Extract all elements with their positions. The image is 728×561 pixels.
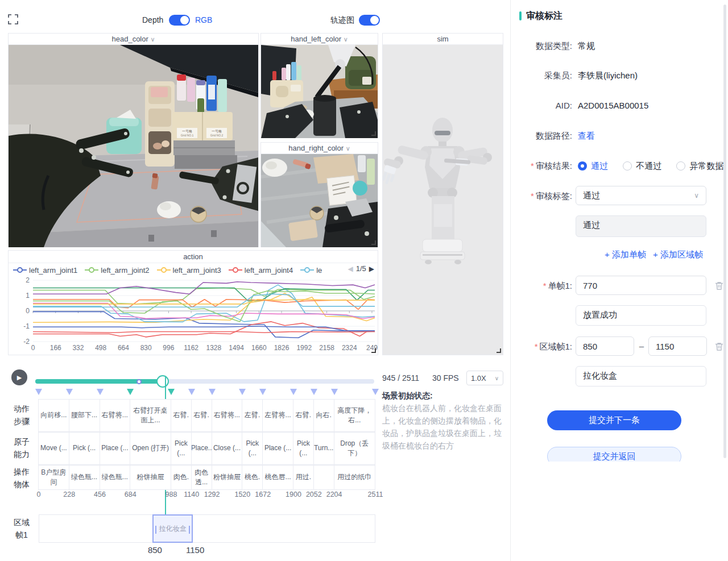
review-panel-title: 审核标注 xyxy=(526,10,562,22)
legend-item[interactable]: left_arm_joint3 xyxy=(157,266,221,275)
resize-grip-icon[interactable] xyxy=(371,348,376,353)
region-note-textarea[interactable]: 拉化妆盒 xyxy=(576,366,706,387)
legend-item[interactable]: le xyxy=(300,266,322,275)
grid-label-1a: 一号格 xyxy=(182,130,192,134)
rgb-label: RGB xyxy=(195,15,212,24)
table-cell: 右臂将... xyxy=(100,399,131,432)
chart-legend: left_arm_joint1 left_arm_joint2 left_arm… xyxy=(9,263,378,277)
step-marker[interactable] xyxy=(127,389,134,395)
play-button[interactable]: ▶ xyxy=(11,369,27,385)
table-cell: 右臂打开桌面上... xyxy=(130,399,171,432)
table-cell: 右臂将... xyxy=(212,399,243,432)
table-cell xyxy=(313,465,334,490)
hand-right-color-dropdown[interactable]: hand_right_color ∨ xyxy=(261,143,378,154)
fullscreen-icon[interactable] xyxy=(8,14,18,24)
table-cell: Open (打开) xyxy=(130,432,171,465)
radio-icon[interactable] xyxy=(623,161,632,171)
step-marker[interactable] xyxy=(259,389,266,395)
row-label-region-frame: 区域帧1 xyxy=(13,516,31,542)
step-marker[interactable] xyxy=(372,389,379,395)
frame-axis-label: 2204 xyxy=(326,491,342,498)
radio-icon[interactable] xyxy=(676,161,685,171)
chevron-down-icon: ∨ xyxy=(346,145,350,152)
panel-scrollbar[interactable] xyxy=(723,5,726,458)
legend-item[interactable]: left_arm_joint1 xyxy=(13,266,77,275)
step-marker[interactable] xyxy=(239,389,246,395)
step-marker[interactable] xyxy=(97,389,104,395)
step-marker[interactable] xyxy=(35,389,42,395)
table-cell: Place (... xyxy=(100,432,131,465)
head-camera-image: 一号格 Grid NO.1 一号格 Grid NO.2 xyxy=(9,45,258,247)
aid-label: AID: xyxy=(489,101,572,110)
add-region-frame-link[interactable]: + 添加区域帧 xyxy=(653,250,703,260)
radio-checked-icon[interactable] xyxy=(578,161,587,171)
review-tag-select[interactable]: 通过∨ xyxy=(576,186,706,205)
tag-note-textarea[interactable]: 通过 xyxy=(576,215,706,237)
step-marker[interactable] xyxy=(188,389,195,395)
legend-pager: ◀ 1/5 ▶ xyxy=(348,264,374,273)
legend-item[interactable]: left_arm_joint2 xyxy=(85,266,149,275)
submit-back-button[interactable]: 提交并返回 xyxy=(547,447,681,462)
grid-label-2b: Grid NO.2 xyxy=(210,134,224,137)
table-cell: 用过的纸巾 xyxy=(334,465,375,490)
single-frame-input[interactable] xyxy=(576,276,706,295)
svg-text:2158: 2158 xyxy=(319,344,334,352)
frame-axis-label: 1520 xyxy=(234,491,250,498)
grid-label-2a: 一号格 xyxy=(212,130,222,134)
step-marker[interactable] xyxy=(66,389,73,395)
table-cell: Pick (... xyxy=(171,432,192,465)
camera-panel-hand-right: hand_right_color ∨ xyxy=(260,142,378,247)
legend-series-icon xyxy=(85,267,98,273)
chart-series-left_arm_joint4 xyxy=(33,322,375,337)
step-marker[interactable] xyxy=(168,389,175,395)
trajectory-toggle[interactable] xyxy=(359,15,380,26)
legend-series-icon xyxy=(229,267,242,273)
add-single-frame-link[interactable]: + 添加单帧 xyxy=(605,250,646,260)
table-cell: Move (... xyxy=(38,432,69,465)
trash-icon[interactable] xyxy=(714,281,724,290)
table-cell: 高度下降，右... xyxy=(334,399,375,432)
legend-next-icon[interactable]: ▶ xyxy=(369,265,374,273)
radio-abnormal[interactable]: 异常数据 xyxy=(676,161,723,171)
scene-state-title: 场景初始状态: xyxy=(382,391,433,401)
timeline-slider-handle[interactable] xyxy=(156,375,169,388)
legend-item[interactable]: left_arm_joint4 xyxy=(229,266,293,275)
frame-axis-label: 1672 xyxy=(255,491,271,498)
region-frame-label: 拉化妆盒 xyxy=(159,524,187,534)
step-marker[interactable] xyxy=(331,389,338,395)
region-handle-right[interactable] xyxy=(189,526,190,534)
table-cell: 粉饼抽屉 xyxy=(130,465,171,490)
resize-grip-icon[interactable] xyxy=(371,240,376,245)
step-marker[interactable] xyxy=(209,389,216,395)
row-label-atomic-ability: 原子能力 xyxy=(13,435,31,461)
collector-value: 李轶晨(liyichen) xyxy=(578,70,638,81)
trash-icon[interactable] xyxy=(714,342,724,351)
data-path-view-link[interactable]: 查看 xyxy=(578,131,595,142)
submit-next-button[interactable]: 提交并下一条 xyxy=(547,410,681,430)
step-marker[interactable] xyxy=(290,389,297,395)
resize-grip-icon[interactable] xyxy=(371,131,376,136)
region-start-input[interactable] xyxy=(576,336,634,356)
single-frame-note-textarea[interactable]: 放置成功 xyxy=(576,305,706,326)
radio-pass[interactable]: 通过 xyxy=(578,161,608,171)
region-frame-track[interactable] xyxy=(39,514,375,543)
region-frame-box[interactable]: 拉化妆盒 xyxy=(152,514,193,543)
chevron-down-icon: ∨ xyxy=(495,375,499,381)
head-color-dropdown[interactable]: head_color ∨ xyxy=(9,34,258,45)
legend-prev-icon[interactable]: ◀ xyxy=(348,265,353,273)
svg-text:-2: -2 xyxy=(23,338,30,346)
speed-select[interactable]: 1.0X∨ xyxy=(466,371,503,385)
hand-left-camera-image xyxy=(261,45,378,138)
table-cell: Drop（丢下） xyxy=(334,432,375,465)
radio-fail[interactable]: 不通过 xyxy=(623,161,661,171)
frame-axis-label: 684 xyxy=(125,491,136,498)
svg-text:498: 498 xyxy=(95,344,106,352)
depth-rgb-toggle[interactable] xyxy=(169,15,190,26)
table-cell: 腰部下... xyxy=(69,399,100,432)
svg-text:1992: 1992 xyxy=(296,344,312,352)
region-end-input[interactable] xyxy=(648,336,707,356)
step-marker[interactable] xyxy=(311,389,317,395)
hand-left-color-dropdown[interactable]: hand_left_color ∨ xyxy=(261,34,378,45)
region-handle-left[interactable] xyxy=(155,526,156,534)
sim-title[interactable]: sim xyxy=(383,34,503,45)
